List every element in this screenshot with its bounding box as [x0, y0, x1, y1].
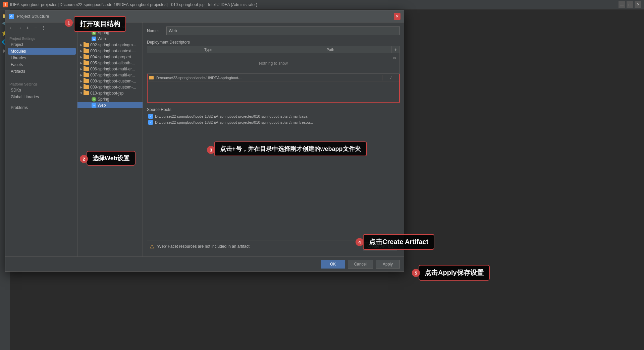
source-root-row-2: ✓ D:\course\22-springboot\code-18\IDEA-s…	[147, 119, 400, 125]
deployment-descriptors-table: Type Path + Nothing to show	[147, 46, 400, 74]
web-resource-deploy-1: /	[382, 75, 399, 80]
forward-button[interactable]: →	[16, 24, 23, 31]
path-column-header: Path	[269, 46, 391, 53]
source-root-row-1: ✓ D:\course\22-springboot\code-18\IDEA-s…	[147, 113, 400, 119]
deployment-descriptors-title: Deployment Descriptors	[147, 40, 400, 45]
folder-icon-006	[84, 67, 89, 71]
dialog-footer: OK Cancel Apply	[5, 256, 404, 271]
tree-arrow-007: ▶	[79, 73, 84, 77]
web-resource-row-1: D:\course\22-springboot\code-18\IDEA-spr…	[148, 74, 399, 82]
tree-label-spring10: Spring	[98, 97, 109, 102]
web-resource-empty-area	[148, 82, 399, 102]
warning-text: 'Web' Facet resources are not included i…	[157, 244, 360, 249]
edit-descriptor-button[interactable]: ✏	[391, 54, 398, 62]
tree-item-web1[interactable]: W Web	[77, 36, 143, 42]
settings-item-global-libraries[interactable]: Global Libraries	[8, 94, 76, 100]
tree-item-005[interactable]: ▶ 005-springboot-allboth-...	[77, 60, 143, 66]
tree-item-009[interactable]: ▶ 009-springboot-custom-...	[77, 84, 143, 90]
tree-label-004: 004-springboot-propert...	[90, 55, 135, 59]
tree-item-003[interactable]: ▶ 003-springboot-context-...	[77, 48, 143, 54]
folder-icon-resource	[149, 76, 154, 79]
web-resource-path-1: D:\course\22-springboot\code-18\IDEA-spr…	[155, 75, 382, 80]
back-button[interactable]: ←	[8, 24, 15, 31]
remove-button[interactable]: −	[32, 24, 39, 31]
dialog-body: ← → + − ⋮ Project Settings Project Modul…	[5, 22, 404, 256]
cancel-button[interactable]: Cancel	[348, 260, 373, 269]
web-icon-1: W	[92, 37, 96, 41]
title-bar: I IDEA-springboot-projectes [D:\course\2…	[0, 0, 644, 9]
badge-4: 4	[356, 238, 364, 246]
checkbox-icon-1: ✓	[148, 114, 153, 119]
tree-item-004[interactable]: ▶ 004-springboot-propert...	[77, 54, 143, 60]
tooltip-1-text: 打开项目结构	[80, 20, 120, 27]
window-controls: — □ ✕	[619, 1, 641, 8]
warning-icon: ⚠	[150, 243, 154, 250]
spring-icon-10: S	[92, 97, 96, 102]
tree-item-010[interactable]: ▼ 010-springboot-jsp	[77, 90, 143, 96]
tooltip-apply: 点击Apply保存设置	[419, 265, 490, 281]
tooltip-open-project-structure: 打开项目结构	[74, 16, 126, 32]
tree-label-web10: Web	[98, 103, 106, 108]
settings-item-facets[interactable]: Facets	[8, 61, 76, 68]
badge-5: 5	[412, 269, 420, 277]
tree-label-008: 008-springboot-custom-...	[90, 79, 136, 83]
folder-icon-008	[84, 79, 89, 83]
tree-item-007[interactable]: ▶ 007-springboot-multi-er...	[77, 72, 143, 78]
tree-label-003: 003-springboot-context-...	[90, 49, 136, 53]
tree-label-002: 002-springboot-springm...	[90, 43, 136, 47]
settings-item-libraries[interactable]: Libraries	[8, 55, 76, 61]
add-descriptor-button[interactable]: +	[391, 46, 399, 53]
tree-item-006[interactable]: ▶ 006-springboot-multi-er...	[77, 66, 143, 72]
folder-icon-009	[84, 85, 89, 89]
source-roots-title: Source Roots	[147, 107, 400, 112]
name-input[interactable]	[166, 26, 400, 35]
tree-label-006: 006-springboot-multi-er...	[90, 67, 135, 71]
tooltip-5-text: 点击Apply保存设置	[425, 269, 484, 276]
tree-arrow-008: ▶	[79, 79, 84, 83]
settings-item-sdks[interactable]: SDKs	[8, 87, 76, 94]
tree-arrow-002: ▶	[79, 43, 84, 47]
project-settings-section: Project Settings Project Modules Librari…	[5, 33, 77, 76]
platform-settings-header: Platform Settings	[8, 81, 76, 87]
checkbox-icon-2: ✓	[148, 120, 153, 125]
type-column-header: Type	[147, 46, 269, 53]
tree-arrow-web10	[87, 103, 92, 108]
add-button[interactable]: +	[24, 24, 31, 31]
ok-button[interactable]: OK	[321, 260, 345, 269]
source-path-2: D:\course\22-springboot\code-18\IDEA-spr…	[155, 120, 313, 124]
source-roots-section: Source Roots ✓ D:\course\22-springboot\c…	[147, 107, 400, 125]
dialog-title: Project Structure	[17, 14, 49, 19]
settings-item-modules[interactable]: Modules	[8, 48, 76, 55]
folder-icon-004	[84, 55, 89, 59]
folder-icon-007	[84, 73, 89, 77]
tooltip-4-text: 点击Create Artifact	[369, 238, 428, 245]
tree-arrow-web1	[87, 37, 92, 41]
settings-item-problems[interactable]: Problems	[8, 104, 76, 111]
platform-settings-section: Platform Settings SDKs Global Libraries	[5, 79, 77, 102]
project-settings-header: Project Settings	[8, 36, 76, 41]
name-row: Name:	[147, 26, 400, 35]
tooltip-select-web: 选择Web设置	[87, 151, 136, 166]
maximize-button[interactable]: □	[627, 1, 633, 8]
deployment-empty-text: Nothing to show	[259, 61, 288, 66]
tree-item-002[interactable]: ▶ 002-springboot-springm...	[77, 42, 143, 48]
more-button[interactable]: ⋮	[40, 24, 47, 31]
tree-item-008[interactable]: ▶ 008-springboot-custom-...	[77, 78, 143, 84]
dialog-left-panel: ← → + − ⋮ Project Settings Project Modul…	[5, 22, 77, 256]
tree-item-spring10[interactable]: S Spring	[77, 96, 143, 102]
close-button[interactable]: ✕	[635, 1, 641, 8]
apply-button[interactable]: Apply	[376, 260, 400, 269]
module-tree[interactable]: ▼ 001-springboot-first S Spring W Web ▶ …	[77, 22, 143, 256]
dialog-close-button[interactable]: ✕	[394, 13, 400, 20]
settings-item-project[interactable]: Project	[8, 41, 76, 48]
tooltip-click-plus: 点击+号，并在目录中选择刚才创建的webapp文件夹	[214, 141, 367, 156]
tree-label-007: 007-springboot-multi-er...	[90, 73, 135, 77]
minimize-button[interactable]: —	[619, 1, 625, 8]
tooltip-3-text: 点击+号，并在目录中选择刚才创建的webapp文件夹	[220, 145, 361, 152]
tree-arrow-006: ▶	[79, 67, 84, 71]
tree-item-web10[interactable]: W Web	[77, 102, 143, 108]
badge-2: 2	[80, 155, 88, 163]
settings-item-artifacts[interactable]: Artifacts	[8, 68, 76, 75]
tree-arrow-005: ▶	[79, 61, 84, 65]
window-title: IDEA-springboot-projectes [D:\course\22-…	[10, 2, 619, 7]
